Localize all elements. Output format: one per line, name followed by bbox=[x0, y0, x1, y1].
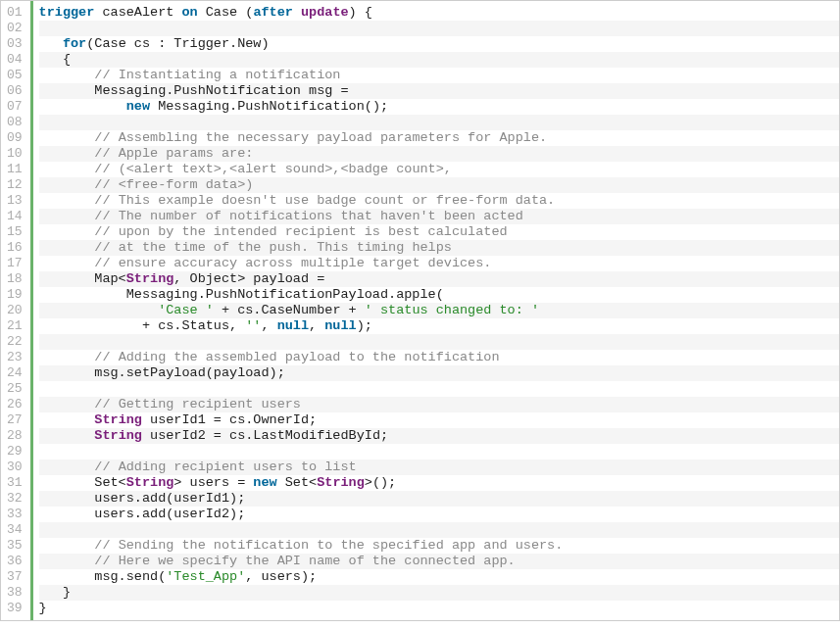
line-number: 33 bbox=[7, 507, 23, 522]
line-number: 04 bbox=[7, 52, 23, 68]
line-number: 38 bbox=[7, 585, 23, 601]
code-line: // (<alert text>,<alert sound>,<badge co… bbox=[39, 162, 839, 177]
line-number: 29 bbox=[7, 444, 23, 460]
line-number: 31 bbox=[7, 475, 23, 491]
code-line bbox=[39, 381, 839, 397]
line-number: 35 bbox=[7, 538, 23, 554]
code-line: // Instantiating a notification bbox=[39, 68, 839, 83]
line-number-gutter: 0102030405060708091011121314151617181920… bbox=[1, 1, 30, 620]
code-line: // This example doesn't use badge count … bbox=[39, 193, 839, 209]
code-line: // Here we specify the API name of the c… bbox=[39, 554, 839, 569]
line-number: 15 bbox=[7, 224, 23, 240]
code-line: } bbox=[39, 585, 839, 601]
code-line: msg.setPayload(payload); bbox=[39, 365, 839, 381]
line-number: 19 bbox=[7, 287, 23, 303]
code-line: // Apple params are: bbox=[39, 146, 839, 162]
code-line: users.add(userId2); bbox=[39, 507, 839, 522]
code-line: // ensure accuracy across multiple targe… bbox=[39, 256, 839, 271]
line-number: 13 bbox=[7, 193, 23, 209]
line-number: 08 bbox=[7, 115, 23, 130]
code-line bbox=[39, 334, 839, 350]
code-line: { bbox=[39, 52, 839, 68]
code-line: // Getting recipient users bbox=[39, 397, 839, 412]
code-line bbox=[39, 444, 839, 460]
line-number: 06 bbox=[7, 83, 23, 99]
line-number: 21 bbox=[7, 318, 23, 334]
code-line: Messaging.PushNotificationPayload.apple( bbox=[39, 287, 839, 303]
code-line: Map<String, Object> payload = bbox=[39, 271, 839, 287]
code-line: trigger caseAlert on Case (after update)… bbox=[39, 5, 839, 21]
code-line: // Assembling the necessary payload para… bbox=[39, 130, 839, 146]
code-line: // Sending the notification to the speci… bbox=[39, 538, 839, 554]
line-number: 37 bbox=[7, 569, 23, 585]
code-line: msg.send('Test_App', users); bbox=[39, 569, 839, 585]
code-line: Messaging.PushNotification msg = bbox=[39, 83, 839, 99]
line-number: 27 bbox=[7, 412, 23, 428]
line-number: 25 bbox=[7, 381, 23, 397]
line-number: 14 bbox=[7, 209, 23, 224]
code-line bbox=[39, 115, 839, 130]
line-number: 30 bbox=[7, 460, 23, 475]
line-number: 03 bbox=[7, 36, 23, 52]
line-number: 39 bbox=[7, 601, 23, 616]
code-line: String userId1 = cs.OwnerId; bbox=[39, 412, 839, 428]
code-line: // upon by the intended recipient is bes… bbox=[39, 224, 839, 240]
code-block: 0102030405060708091011121314151617181920… bbox=[0, 0, 840, 621]
line-number: 07 bbox=[7, 99, 23, 115]
code-line: for(Case cs : Trigger.New) bbox=[39, 36, 839, 52]
line-number: 28 bbox=[7, 428, 23, 444]
code-line: + cs.Status, '', null, null); bbox=[39, 318, 839, 334]
line-number: 01 bbox=[7, 5, 23, 21]
line-number: 23 bbox=[7, 350, 23, 365]
code-line: // <free-form data>) bbox=[39, 177, 839, 193]
code-line: Set<String> users = new Set<String>(); bbox=[39, 475, 839, 491]
line-number: 11 bbox=[7, 162, 23, 177]
code-line: // The number of notifications that have… bbox=[39, 209, 839, 224]
line-number: 32 bbox=[7, 491, 23, 507]
line-number: 17 bbox=[7, 256, 23, 271]
code-line: String userId2 = cs.LastModifiedById; bbox=[39, 428, 839, 444]
line-number: 10 bbox=[7, 146, 23, 162]
line-number: 36 bbox=[7, 554, 23, 569]
line-number: 18 bbox=[7, 271, 23, 287]
line-number: 09 bbox=[7, 130, 23, 146]
line-number: 20 bbox=[7, 303, 23, 318]
line-number: 26 bbox=[7, 397, 23, 412]
line-number: 34 bbox=[7, 522, 23, 538]
code-line bbox=[39, 21, 839, 36]
line-number: 02 bbox=[7, 21, 23, 36]
code-line: // Adding recipient users to list bbox=[39, 460, 839, 475]
code-line: // at the time of the push. This timing … bbox=[39, 240, 839, 256]
code-line: new Messaging.PushNotification(); bbox=[39, 99, 839, 115]
line-number: 05 bbox=[7, 68, 23, 83]
code-content: trigger caseAlert on Case (after update)… bbox=[33, 1, 839, 620]
code-line: } bbox=[39, 601, 839, 616]
code-line: users.add(userId1); bbox=[39, 491, 839, 507]
code-line bbox=[39, 522, 839, 538]
code-line: // Adding the assembled payload to the n… bbox=[39, 350, 839, 365]
code-line: 'Case ' + cs.CaseNumber + ' status chang… bbox=[39, 303, 839, 318]
line-number: 22 bbox=[7, 334, 23, 350]
line-number: 12 bbox=[7, 177, 23, 193]
line-number: 24 bbox=[7, 365, 23, 381]
line-number: 16 bbox=[7, 240, 23, 256]
